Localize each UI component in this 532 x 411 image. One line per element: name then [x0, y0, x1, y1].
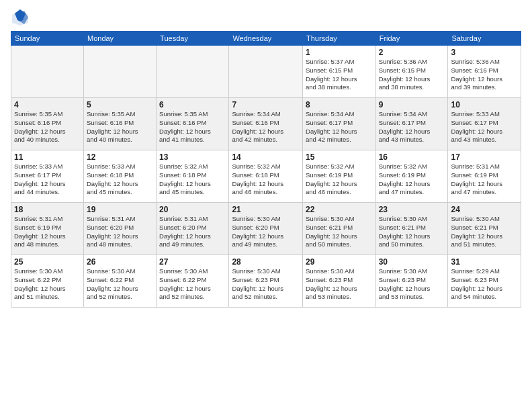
- calendar-cell: 12Sunrise: 5:33 AM Sunset: 6:18 PM Dayli…: [83, 150, 156, 203]
- calendar-cell: 6Sunrise: 5:35 AM Sunset: 6:16 PM Daylig…: [157, 98, 229, 150]
- day-number: 1: [306, 48, 373, 57]
- day-info: Sunrise: 5:32 AM Sunset: 6:19 PM Dayligh…: [306, 163, 373, 197]
- day-number: 29: [306, 257, 373, 267]
- calendar-cell: 21Sunrise: 5:30 AM Sunset: 6:20 PM Dayli…: [229, 203, 303, 255]
- calendar-cell: 16Sunrise: 5:32 AM Sunset: 6:19 PM Dayli…: [375, 150, 448, 203]
- calendar-cell: 29Sunrise: 5:30 AM Sunset: 6:23 PM Dayli…: [303, 255, 376, 308]
- day-info: Sunrise: 5:31 AM Sunset: 6:19 PM Dayligh…: [451, 163, 518, 197]
- calendar-cell: 13Sunrise: 5:32 AM Sunset: 6:18 PM Dayli…: [157, 150, 229, 203]
- day-number: 7: [232, 100, 300, 109]
- day-info: Sunrise: 5:36 AM Sunset: 6:16 PM Dayligh…: [451, 58, 518, 92]
- day-number: 23: [379, 205, 445, 214]
- calendar-cell: 28Sunrise: 5:30 AM Sunset: 6:23 PM Dayli…: [229, 255, 303, 308]
- calendar-header-thursday: Thursday: [303, 32, 376, 46]
- day-number: 3: [451, 48, 518, 57]
- day-info: Sunrise: 5:34 AM Sunset: 6:17 PM Dayligh…: [379, 110, 445, 144]
- day-info: Sunrise: 5:30 AM Sunset: 6:23 PM Dayligh…: [306, 267, 373, 302]
- calendar-cell: 30Sunrise: 5:30 AM Sunset: 6:23 PM Dayli…: [375, 255, 448, 308]
- day-info: Sunrise: 5:33 AM Sunset: 6:17 PM Dayligh…: [14, 163, 81, 197]
- day-number: 10: [451, 100, 518, 109]
- calendar-cell: 27Sunrise: 5:30 AM Sunset: 6:22 PM Dayli…: [157, 255, 229, 308]
- day-number: 24: [451, 205, 518, 214]
- calendar-week-row: 4Sunrise: 5:35 AM Sunset: 6:16 PM Daylig…: [11, 98, 521, 150]
- day-number: 13: [159, 152, 226, 162]
- day-number: 18: [14, 205, 81, 214]
- calendar-header-wednesday: Wednesday: [229, 32, 303, 46]
- day-info: Sunrise: 5:30 AM Sunset: 6:23 PM Dayligh…: [379, 267, 445, 302]
- day-number: 30: [379, 257, 445, 267]
- day-info: Sunrise: 5:33 AM Sunset: 6:18 PM Dayligh…: [87, 163, 153, 197]
- calendar-cell: 25Sunrise: 5:30 AM Sunset: 6:22 PM Dayli…: [11, 255, 84, 308]
- day-number: 28: [232, 257, 300, 267]
- calendar-table: SundayMondayTuesdayWednesdayThursdayFrid…: [11, 31, 521, 308]
- day-number: 16: [379, 152, 445, 162]
- day-info: Sunrise: 5:30 AM Sunset: 6:22 PM Dayligh…: [159, 267, 226, 302]
- calendar-cell: [83, 46, 156, 98]
- day-number: 4: [14, 100, 81, 109]
- day-number: 25: [14, 257, 81, 267]
- day-number: 5: [87, 100, 153, 109]
- calendar-header-tuesday: Tuesday: [157, 32, 229, 46]
- calendar-cell: 17Sunrise: 5:31 AM Sunset: 6:19 PM Dayli…: [448, 150, 521, 203]
- calendar-cell: 18Sunrise: 5:31 AM Sunset: 6:19 PM Dayli…: [11, 203, 84, 255]
- calendar-cell: 1Sunrise: 5:37 AM Sunset: 6:15 PM Daylig…: [303, 46, 376, 98]
- day-number: 31: [451, 257, 518, 267]
- day-info: Sunrise: 5:30 AM Sunset: 6:22 PM Dayligh…: [14, 267, 81, 302]
- day-number: 15: [306, 152, 373, 162]
- day-info: Sunrise: 5:36 AM Sunset: 6:15 PM Dayligh…: [379, 58, 445, 92]
- day-info: Sunrise: 5:32 AM Sunset: 6:18 PM Dayligh…: [159, 163, 226, 197]
- calendar-cell: 20Sunrise: 5:31 AM Sunset: 6:20 PM Dayli…: [157, 203, 229, 255]
- day-info: Sunrise: 5:31 AM Sunset: 6:20 PM Dayligh…: [87, 215, 153, 249]
- calendar-cell: 26Sunrise: 5:30 AM Sunset: 6:22 PM Dayli…: [83, 255, 156, 308]
- day-info: Sunrise: 5:32 AM Sunset: 6:19 PM Dayligh…: [379, 163, 445, 197]
- calendar-header-row: SundayMondayTuesdayWednesdayThursdayFrid…: [11, 32, 521, 46]
- calendar-cell: 31Sunrise: 5:29 AM Sunset: 6:23 PM Dayli…: [448, 255, 521, 308]
- day-info: Sunrise: 5:34 AM Sunset: 6:16 PM Dayligh…: [232, 110, 300, 144]
- calendar-header-friday: Friday: [375, 32, 448, 46]
- day-info: Sunrise: 5:34 AM Sunset: 6:17 PM Dayligh…: [306, 110, 373, 144]
- day-number: 26: [87, 257, 153, 267]
- day-info: Sunrise: 5:31 AM Sunset: 6:19 PM Dayligh…: [14, 215, 81, 249]
- calendar-cell: [157, 46, 229, 98]
- day-info: Sunrise: 5:30 AM Sunset: 6:20 PM Dayligh…: [232, 215, 300, 249]
- day-number: 19: [87, 205, 153, 214]
- day-info: Sunrise: 5:37 AM Sunset: 6:15 PM Dayligh…: [306, 58, 373, 92]
- calendar-header-monday: Monday: [83, 32, 156, 46]
- calendar-cell: [229, 46, 303, 98]
- calendar-header-saturday: Saturday: [448, 32, 521, 46]
- day-number: 17: [451, 152, 518, 162]
- day-info: Sunrise: 5:30 AM Sunset: 6:21 PM Dayligh…: [379, 215, 445, 249]
- day-info: Sunrise: 5:33 AM Sunset: 6:17 PM Dayligh…: [451, 110, 518, 144]
- day-info: Sunrise: 5:30 AM Sunset: 6:23 PM Dayligh…: [232, 267, 300, 302]
- day-number: 9: [379, 100, 445, 109]
- calendar-cell: 7Sunrise: 5:34 AM Sunset: 6:16 PM Daylig…: [229, 98, 303, 150]
- calendar-cell: 22Sunrise: 5:30 AM Sunset: 6:21 PM Dayli…: [303, 203, 376, 255]
- header: [11, 8, 521, 27]
- day-number: 14: [232, 152, 300, 162]
- day-number: 11: [14, 152, 81, 162]
- calendar-week-row: 25Sunrise: 5:30 AM Sunset: 6:22 PM Dayli…: [11, 255, 521, 308]
- day-info: Sunrise: 5:31 AM Sunset: 6:20 PM Dayligh…: [159, 215, 226, 249]
- calendar-week-row: 11Sunrise: 5:33 AM Sunset: 6:17 PM Dayli…: [11, 150, 521, 203]
- calendar-cell: 23Sunrise: 5:30 AM Sunset: 6:21 PM Dayli…: [375, 203, 448, 255]
- day-info: Sunrise: 5:30 AM Sunset: 6:21 PM Dayligh…: [306, 215, 373, 249]
- day-info: Sunrise: 5:35 AM Sunset: 6:16 PM Dayligh…: [87, 110, 153, 144]
- day-number: 22: [306, 205, 373, 214]
- day-info: Sunrise: 5:30 AM Sunset: 6:21 PM Dayligh…: [451, 215, 518, 249]
- logo-icon: [11, 8, 30, 27]
- calendar-cell: 3Sunrise: 5:36 AM Sunset: 6:16 PM Daylig…: [448, 46, 521, 98]
- calendar-cell: 19Sunrise: 5:31 AM Sunset: 6:20 PM Dayli…: [83, 203, 156, 255]
- day-info: Sunrise: 5:29 AM Sunset: 6:23 PM Dayligh…: [451, 267, 518, 302]
- day-number: 2: [379, 48, 445, 57]
- day-number: 21: [232, 205, 300, 214]
- day-number: 20: [159, 205, 226, 214]
- calendar-cell: 11Sunrise: 5:33 AM Sunset: 6:17 PM Dayli…: [11, 150, 84, 203]
- day-info: Sunrise: 5:35 AM Sunset: 6:16 PM Dayligh…: [14, 110, 81, 144]
- day-number: 6: [159, 100, 226, 109]
- calendar-cell: 8Sunrise: 5:34 AM Sunset: 6:17 PM Daylig…: [303, 98, 376, 150]
- day-info: Sunrise: 5:32 AM Sunset: 6:18 PM Dayligh…: [232, 163, 300, 197]
- calendar-cell: 24Sunrise: 5:30 AM Sunset: 6:21 PM Dayli…: [448, 203, 521, 255]
- calendar-cell: 15Sunrise: 5:32 AM Sunset: 6:19 PM Dayli…: [303, 150, 376, 203]
- day-info: Sunrise: 5:35 AM Sunset: 6:16 PM Dayligh…: [159, 110, 226, 144]
- day-number: 8: [306, 100, 373, 109]
